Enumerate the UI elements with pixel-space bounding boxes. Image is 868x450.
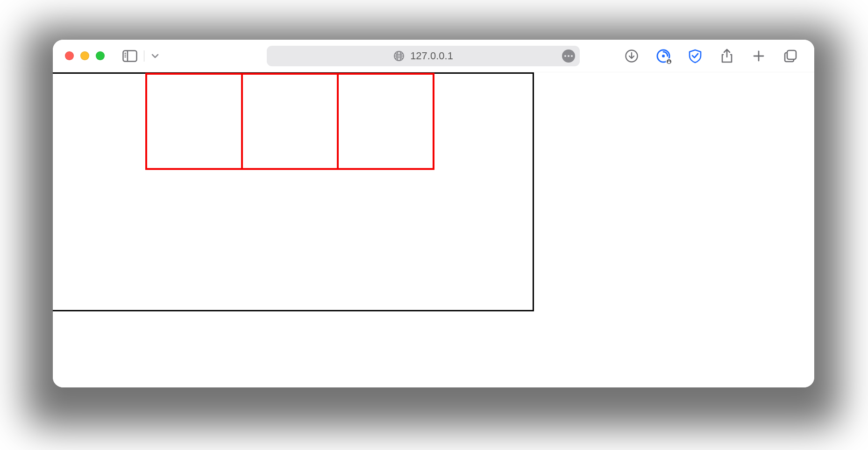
- svg-point-10: [662, 55, 665, 57]
- svg-rect-12: [787, 50, 796, 59]
- browser-viewport: [53, 72, 814, 387]
- extension-shield-button[interactable]: [687, 48, 703, 64]
- lock-icon: [666, 58, 672, 65]
- toolbar-right: [624, 48, 802, 64]
- ellipsis-icon: [564, 55, 573, 57]
- browser-window: 127.0.0.1: [53, 40, 814, 387]
- address-bar-url: 127.0.0.1: [410, 50, 453, 62]
- address-bar[interactable]: 127.0.0.1: [267, 46, 580, 66]
- parent-container-box: [53, 72, 534, 311]
- page-settings-button[interactable]: [562, 49, 575, 63]
- tab-overview-button[interactable]: [783, 48, 798, 64]
- address-bar-content: 127.0.0.1: [393, 50, 453, 62]
- tab-group-dropdown[interactable]: [151, 52, 159, 60]
- extension-adblock-button[interactable]: [655, 48, 671, 64]
- window-controls: [65, 51, 105, 60]
- child-box: [337, 73, 434, 170]
- share-button[interactable]: [719, 48, 735, 64]
- child-box: [145, 73, 243, 170]
- child-box-row: [145, 73, 434, 170]
- new-tab-button[interactable]: [751, 48, 767, 64]
- globe-icon: [393, 50, 405, 62]
- window-fullscreen-button[interactable]: [96, 51, 105, 60]
- svg-rect-11: [668, 61, 670, 63]
- toolbar-divider: [144, 50, 144, 62]
- sidebar-toggle-button[interactable]: [122, 50, 137, 62]
- window-close-button[interactable]: [65, 51, 74, 60]
- sidebar-icon: [122, 50, 137, 62]
- browser-toolbar: 127.0.0.1: [53, 40, 814, 72]
- window-minimize-button[interactable]: [80, 51, 89, 60]
- child-box: [241, 73, 339, 170]
- svg-rect-0: [123, 50, 137, 61]
- page-content: [53, 72, 814, 387]
- downloads-button[interactable]: [624, 48, 640, 64]
